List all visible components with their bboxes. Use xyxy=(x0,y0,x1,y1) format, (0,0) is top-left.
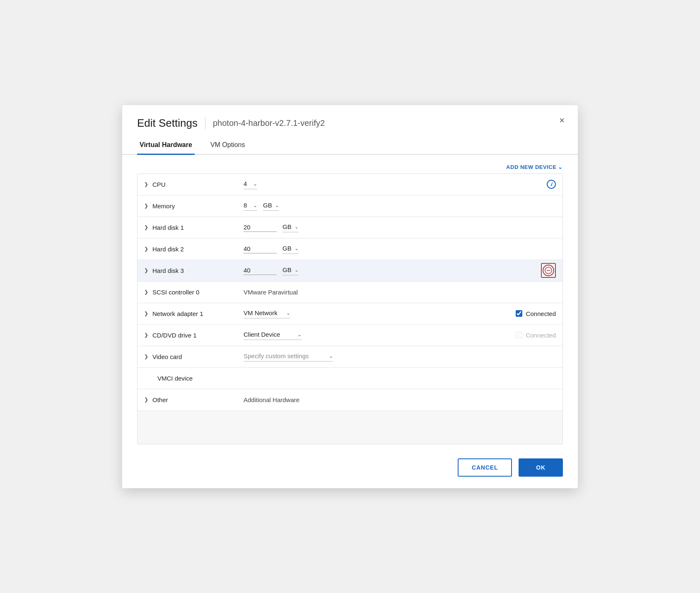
hard-disk-3-expand-arrow[interactable]: ❯ xyxy=(144,268,148,273)
hard-disk-2-label-cell: ❯ Hard disk 2 xyxy=(144,246,244,253)
cddvd-right: Connected xyxy=(516,332,556,339)
add-new-device-button[interactable]: ADD NEW DEVICE ⌄ xyxy=(506,164,563,170)
network-controls: VM Network Other Network ⌄ xyxy=(244,309,516,318)
hardware-table: ❯ CPU 1 4 8 16 ⌄ 𝑖 xyxy=(137,174,563,444)
network-adapter-row: ❯ Network adapter 1 VM Network Other Net… xyxy=(138,303,562,325)
dialog-subtitle: photon-4-harbor-v2.7.1-verify2 xyxy=(213,118,325,128)
cancel-button[interactable]: CANCEL xyxy=(458,458,512,477)
cddvd-connected-checkbox[interactable] xyxy=(516,332,522,338)
cpu-dropdown-icon: ⌄ xyxy=(253,181,257,187)
network-dropdown-icon: ⌄ xyxy=(286,310,290,316)
hard-disk-2-expand-arrow[interactable]: ❯ xyxy=(144,246,148,252)
cpu-info-icon[interactable]: 𝑖 xyxy=(547,180,556,189)
tab-vm-options[interactable]: VM Options xyxy=(208,137,248,155)
cddvd-dropdown-icon: ⌄ xyxy=(297,332,302,337)
video-card-expand-arrow[interactable]: ❯ xyxy=(144,354,148,359)
close-button[interactable]: × xyxy=(558,114,566,127)
hard-disk-1-size-input[interactable] xyxy=(244,223,277,232)
memory-value-wrapper: 8 16 32 ⌄ xyxy=(244,201,257,211)
cpu-controls: 1 4 8 16 ⌄ xyxy=(244,179,547,189)
edit-settings-dialog: Edit Settings photon-4-harbor-v2.7.1-ver… xyxy=(122,105,578,488)
other-label: Other xyxy=(152,396,168,403)
dialog-title: Edit Settings xyxy=(137,117,198,130)
hard-disk-3-label: Hard disk 3 xyxy=(152,267,184,274)
hard-disk-2-controls: MB GB TB ⌄ xyxy=(244,244,556,254)
memory-dropdown-icon: ⌄ xyxy=(253,202,257,208)
cddvd-connected-label: Connected xyxy=(526,332,556,339)
cddvd-connected-row: Connected xyxy=(516,332,556,339)
hard-disk-3-unit-icon: ⌄ xyxy=(294,267,299,273)
memory-row: ❯ Memory 8 16 32 ⌄ MB xyxy=(138,195,562,217)
network-connected-label: Connected xyxy=(526,310,556,317)
network-label: Network adapter 1 xyxy=(152,310,203,317)
hard-disk-2-size-input[interactable] xyxy=(244,244,277,253)
hard-disk-3-unit-wrapper: MB GB TB ⌄ xyxy=(282,265,299,275)
hard-disk-2-unit-select[interactable]: MB GB TB xyxy=(282,244,294,253)
hard-disk-1-label-cell: ❯ Hard disk 1 xyxy=(144,224,244,231)
hard-disk-3-controls: MB GB TB ⌄ xyxy=(244,265,541,275)
memory-expand-arrow[interactable]: ❯ xyxy=(144,203,148,209)
hard-disk-3-label-cell: ❯ Hard disk 3 xyxy=(144,267,244,274)
vmci-label-cell: VMCI device xyxy=(144,375,244,382)
hard-disk-1-expand-arrow[interactable]: ❯ xyxy=(144,224,148,230)
cddvd-label-cell: ❯ CD/DVD drive 1 xyxy=(144,332,244,339)
video-card-dropdown-icon: ⌄ xyxy=(329,353,333,359)
memory-controls: 8 16 32 ⌄ MB GB ⌄ xyxy=(244,201,556,211)
cpu-select[interactable]: 1 4 8 16 xyxy=(244,179,252,188)
add-device-chevron-icon: ⌄ xyxy=(558,164,563,170)
hard-disk-2-unit-icon: ⌄ xyxy=(294,246,299,251)
network-right: Connected xyxy=(516,310,556,317)
network-connected-checkbox[interactable] xyxy=(516,310,522,317)
dialog-footer: CANCEL OK xyxy=(122,448,578,488)
video-card-row: ❯ Video card Specify custom settings Aut… xyxy=(138,346,562,368)
cpu-row: ❯ CPU 1 4 8 16 ⌄ 𝑖 xyxy=(138,174,562,195)
other-expand-arrow[interactable]: ❯ xyxy=(144,397,148,403)
hard-disk-1-unit-select[interactable]: MB GB TB xyxy=(282,222,294,231)
vmci-device-row: VMCI device xyxy=(138,368,562,389)
vmci-label: VMCI device xyxy=(157,375,193,382)
hard-disk-2-label: Hard disk 2 xyxy=(152,246,184,253)
scsi-expand-arrow[interactable]: ❯ xyxy=(144,289,148,295)
tab-virtual-hardware[interactable]: Virtual Hardware xyxy=(137,137,195,155)
tabs-bar: Virtual Hardware VM Options xyxy=(122,137,578,155)
scsi-value: VMware Paravirtual xyxy=(244,289,298,296)
hard-disk-3-size-input[interactable] xyxy=(244,266,277,275)
scsi-controls: VMware Paravirtual xyxy=(244,289,556,296)
scsi-label: SCSI controller 0 xyxy=(152,289,199,296)
hard-disk-3-remove-button[interactable] xyxy=(543,265,554,276)
memory-select[interactable]: 8 16 32 xyxy=(244,201,252,210)
hard-disk-3-right xyxy=(541,263,556,278)
hard-disk-1-row: ❯ Hard disk 1 MB GB TB ⌄ xyxy=(138,217,562,239)
memory-unit-select[interactable]: MB GB xyxy=(263,201,274,210)
cddvd-select[interactable]: Client Device Datastore ISO File xyxy=(244,330,297,339)
cpu-right: 𝑖 xyxy=(547,180,556,189)
memory-label-cell: ❯ Memory xyxy=(144,202,244,210)
memory-unit-wrapper: MB GB ⌄ xyxy=(263,201,279,211)
header-divider xyxy=(205,117,205,129)
network-select[interactable]: VM Network Other Network xyxy=(244,309,285,317)
video-card-label: Video card xyxy=(152,353,182,360)
cpu-label: CPU xyxy=(152,181,166,188)
hard-disk-1-controls: MB GB TB ⌄ xyxy=(244,222,556,232)
cddvd-expand-arrow[interactable]: ❯ xyxy=(144,332,148,338)
video-card-select[interactable]: Specify custom settings Auto-detect sett… xyxy=(244,352,326,360)
hard-disk-1-unit-wrapper: MB GB TB ⌄ xyxy=(282,222,299,232)
cddvd-row: ❯ CD/DVD drive 1 Client Device Datastore… xyxy=(138,325,562,346)
other-label-cell: ❯ Other xyxy=(144,396,244,403)
hard-disk-2-row: ❯ Hard disk 2 MB GB TB ⌄ xyxy=(138,239,562,260)
table-empty-area xyxy=(138,411,562,444)
network-expand-arrow[interactable]: ❯ xyxy=(144,311,148,316)
network-value-wrapper: VM Network Other Network ⌄ xyxy=(244,309,290,318)
other-controls: Additional Hardware xyxy=(244,396,556,403)
content-area: ADD NEW DEVICE ⌄ ❯ CPU 1 4 8 16 xyxy=(122,155,578,448)
hard-disk-1-label: Hard disk 1 xyxy=(152,224,184,231)
cddvd-controls: Client Device Datastore ISO File ⌄ xyxy=(244,330,516,340)
network-connected-row: Connected xyxy=(516,310,556,317)
dialog-header: Edit Settings photon-4-harbor-v2.7.1-ver… xyxy=(122,105,578,130)
add-device-label: ADD NEW DEVICE xyxy=(506,164,556,170)
ok-button[interactable]: OK xyxy=(519,458,563,477)
cpu-expand-arrow[interactable]: ❯ xyxy=(144,181,148,187)
hard-disk-3-unit-select[interactable]: MB GB TB xyxy=(282,265,294,274)
hard-disk-2-unit-wrapper: MB GB TB ⌄ xyxy=(282,244,299,254)
hard-disk-3-remove-wrapper xyxy=(541,263,556,278)
